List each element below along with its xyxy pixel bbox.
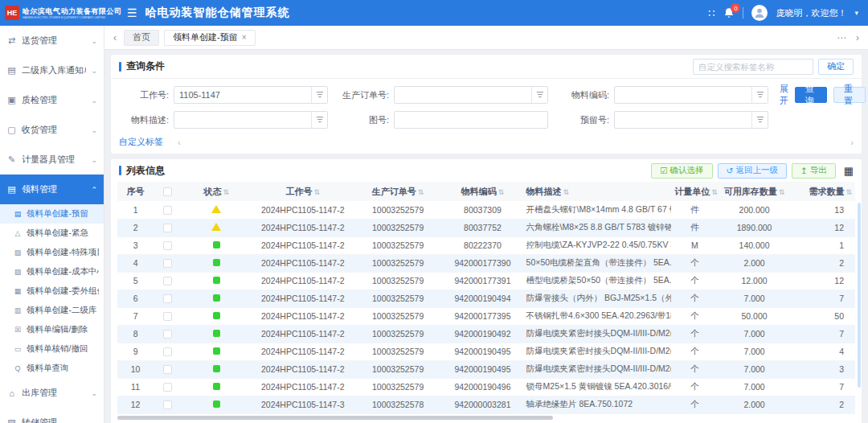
column-header-order_no[interactable]: 生产订单号⇅ <box>354 182 442 201</box>
filter-icon[interactable] <box>531 87 547 103</box>
sidebar-subitem-edit-delete[interactable]: ☒领料单编辑/删除 <box>0 320 104 339</box>
query-input-2[interactable] <box>614 86 768 104</box>
expand-link[interactable]: 展开 <box>780 83 788 107</box>
tab-picking-create-reserve[interactable]: 领料单创建-预留 × <box>164 30 256 46</box>
table-row[interactable]: 12024HPC1105-1147-21000325257980037309开槽… <box>117 201 855 219</box>
reset-button[interactable]: 重置 <box>833 87 866 103</box>
sidebar-item-picking[interactable]: ▤领料管理⌃ <box>0 175 104 204</box>
column-header-status[interactable]: 状态⇅ <box>181 182 252 201</box>
row-checkbox[interactable] <box>163 383 172 392</box>
filter-icon[interactable] <box>311 87 327 103</box>
cell-check <box>154 272 181 290</box>
filter-icon[interactable] <box>311 112 327 128</box>
row-checkbox[interactable] <box>163 224 172 232</box>
row-checkbox[interactable] <box>163 365 172 374</box>
select-all-checkbox[interactable] <box>163 187 172 196</box>
sidebar-item-outbound[interactable]: ⌂出库管理⌄ <box>0 378 104 408</box>
row-checkbox[interactable] <box>163 241 172 250</box>
query-input-0[interactable] <box>174 86 328 104</box>
sidebar-item-measuring-tools[interactable]: ✎计量器具管理⌄ <box>0 145 104 175</box>
chevron-down-icon[interactable]: ▾ <box>854 9 858 17</box>
custom-tag-name-input[interactable] <box>693 59 813 75</box>
query-input-1[interactable] <box>394 86 548 104</box>
sort-icon[interactable]: ⇅ <box>563 188 570 196</box>
sidebar-subitem-query[interactable]: Q领料单查询 <box>0 359 104 378</box>
table-row[interactable]: 22024HPC1105-1147-21000325257980037752六角… <box>117 219 855 236</box>
apps-grid-icon[interactable]: ∷ <box>708 7 715 19</box>
tabs-back-icon[interactable]: ‹ <box>111 32 119 43</box>
sidebar-subitem-create-l2[interactable]: ▥领料单创建-二级库 <box>0 301 104 320</box>
horizontal-scrollbar[interactable] <box>117 416 553 420</box>
row-checkbox[interactable] <box>163 259 172 268</box>
tabs-forward-icon[interactable]: › <box>854 32 862 43</box>
column-header-available_qty[interactable]: 可用库存数量⇅ <box>718 182 790 201</box>
tabs-more-icon[interactable]: ⋯ <box>834 32 849 43</box>
cell-work_no: 2024HPC1105-1147-2 <box>252 378 354 396</box>
avatar[interactable] <box>751 5 768 21</box>
filter-icon[interactable] <box>751 112 768 128</box>
table-wrap: 序号状态⇅工作号⇅生产订单号⇅物料编码⇅物料描述⇅计量单位⇅可用库存数量⇅需求数… <box>111 182 862 414</box>
column-header-required_qty[interactable]: 需求数量⇅ <box>791 182 855 201</box>
row-checkbox[interactable] <box>163 400 172 409</box>
confirm-button[interactable]: 确定 <box>818 59 854 75</box>
cell-seq: 6 <box>117 290 154 307</box>
row-checkbox[interactable] <box>163 312 172 321</box>
table-row[interactable]: 92024HPC1105-1147-2100032525799420001904… <box>117 343 855 360</box>
user-greeting[interactable]: 庞晓明，欢迎您！ <box>776 7 846 19</box>
sidebar-subitem-create-outsourced[interactable]: ▦领料单创建-委外组件 <box>0 281 104 301</box>
sort-icon[interactable]: ⇅ <box>845 188 852 196</box>
sort-icon[interactable]: ⇅ <box>498 188 505 196</box>
query-input-3[interactable] <box>174 111 328 129</box>
table-row[interactable]: 52024HPC1105-1147-2100032525799420001773… <box>117 272 855 290</box>
sidebar-item-transfer[interactable]: ▧转储管理⌄ <box>0 408 104 423</box>
row-checkbox[interactable] <box>163 347 172 356</box>
sort-icon[interactable]: ⇅ <box>313 188 320 196</box>
query-input-5[interactable] <box>614 111 768 129</box>
sidebar-item-receiving[interactable]: ▢收货管理⌄ <box>0 115 104 145</box>
table-row[interactable]: 112024HPC1105-1147-210003252579942000190… <box>117 378 855 396</box>
sidebar-subitem-create-cost-center[interactable]: ▨领料单创建-成本中心 <box>0 262 104 281</box>
back-up-level-button[interactable]: ↺ 返回上一级 <box>718 163 787 179</box>
tab-close-icon[interactable]: × <box>242 33 247 42</box>
export-button[interactable]: ↥ 导出 <box>792 163 836 179</box>
row-checkbox[interactable] <box>163 206 172 215</box>
column-header-material_code[interactable]: 物料编码⇅ <box>442 182 522 201</box>
query-input-4[interactable] <box>394 111 548 129</box>
sort-icon[interactable]: ⇅ <box>711 188 718 196</box>
tab-home[interactable]: 首页 <box>124 30 159 46</box>
column-header-work_no[interactable]: 工作号⇅ <box>252 182 354 201</box>
sidebar-subitem-create-special[interactable]: ▨领料单创建-特殊项目 <box>0 243 104 262</box>
sidebar-item-delivery[interactable]: ⇄送货管理⌄ <box>0 26 104 55</box>
row-checkbox[interactable] <box>163 294 172 303</box>
notification-bell-icon[interactable]: 0 <box>723 7 735 18</box>
table-row[interactable]: 122024HPC1105-1147-310003252578942000003… <box>117 396 855 413</box>
sort-icon[interactable]: ⇅ <box>223 188 230 196</box>
table-row[interactable]: 72024HPC1105-1147-2100032525799420001773… <box>117 307 855 325</box>
row-checkbox[interactable] <box>163 330 172 339</box>
vertical-scrollbar[interactable] <box>858 203 861 388</box>
row-checkbox[interactable] <box>163 277 172 285</box>
table-row[interactable]: 32024HPC1105-1147-21000325257980222370控制… <box>117 236 855 254</box>
tags-scroll-left-icon[interactable]: ‹ <box>178 138 181 147</box>
sort-icon[interactable]: ⇅ <box>779 188 785 196</box>
table-row[interactable]: 102024HPC1105-1147-210003252579942000190… <box>117 360 855 378</box>
sidebar-item-l2-inbound-notice[interactable]: ▤二级库入库通知单⌄ <box>0 55 104 85</box>
search-button[interactable]: 查询 <box>795 87 827 103</box>
confirm-select-button[interactable]: ☑ 确认选择 <box>651 163 712 179</box>
filter-icon[interactable] <box>751 87 768 103</box>
table-row[interactable]: 82024HPC1105-1147-2100032525799420001904… <box>117 325 855 343</box>
sidebar-item-quality[interactable]: ▣质检管理⌄ <box>0 85 104 115</box>
tags-scroll-right-icon[interactable]: › <box>850 138 854 147</box>
column-header-unit[interactable]: 计量单位⇅ <box>671 182 718 201</box>
custom-tag-link[interactable]: 自定义标签 <box>119 136 163 148</box>
sidebar-collapse-icon[interactable]: ☰ <box>127 6 137 19</box>
table-row[interactable]: 42024HPC1105-1147-2100032525799420001773… <box>117 254 855 272</box>
sort-icon[interactable]: ⇅ <box>418 188 424 196</box>
sidebar-subitem-writeoff-recall[interactable]: ▭领料单核销/撤回 <box>0 339 104 359</box>
sidebar-subitem-create-reserve[interactable]: ▤领料单创建-预留 <box>0 204 104 224</box>
sidebar-subitem-create-urgent[interactable]: △领料单创建-紧急 <box>0 224 104 243</box>
column-header-material_desc[interactable]: 物料描述⇅ <box>523 182 672 201</box>
column-settings-icon[interactable]: ▦ <box>844 165 854 177</box>
cell-check <box>154 396 181 413</box>
table-row[interactable]: 62024HPC1105-1147-2100032525799420001904… <box>117 290 855 307</box>
